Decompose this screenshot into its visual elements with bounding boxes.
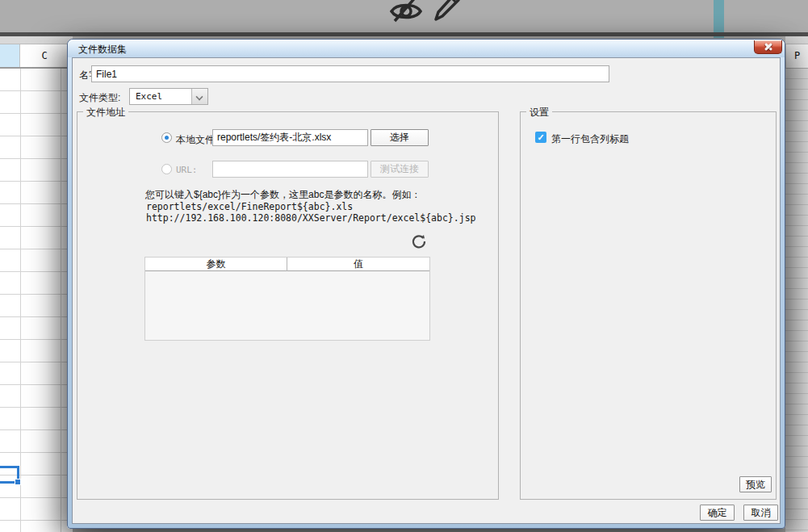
refresh-icon[interactable] [411,233,427,249]
hint-line-1: 您可以键入${abc}作为一个参数，这里abc是参数的名称。例如： [145,188,421,202]
close-button[interactable] [754,40,782,54]
grid-vline [20,69,21,532]
parameter-table-header: 参数 值 [145,258,429,271]
sheet-top-strip [0,36,73,44]
column-header-c[interactable]: C [20,44,69,67]
file-address-legend: 文件地址 [83,106,128,119]
spreadsheet-right-sliver: P [785,36,808,532]
chevron-down-icon [196,94,203,100]
local-file-input[interactable] [212,129,368,146]
settings-group: 设置 ✓ 第一行包含列标题 预览 [520,111,777,500]
file-dataset-dialog: 文件数据集 名字: 文件类型: Excel 文件地址 本地文件: 选择 URL:… [67,39,785,529]
test-connection-button[interactable]: 测试连接 [371,161,429,178]
preview-button[interactable]: 预览 [739,476,772,492]
cancel-button[interactable]: 取消 [743,505,778,521]
hint-line-2: reportlets/excel/FineReport${abc}.xls [146,201,353,212]
dialog-button-bar: 确定 取消 [700,505,778,521]
app-toolbar [0,0,808,32]
hint-line-3: http://192.168.100.120:8080/XXServer/Rep… [146,212,476,224]
param-column-header: 参数 [145,258,287,271]
column-header-row: C [0,44,73,69]
url-input[interactable] [212,161,368,178]
file-type-value: Excel [136,91,162,102]
url-radio[interactable] [161,164,172,174]
settings-legend: 设置 [526,106,552,119]
edit-pencil-icon[interactable] [431,0,463,29]
dialog-title: 文件数据集 [78,43,127,57]
sheet-rows [785,69,808,532]
dialog-content: 名字: 文件类型: Excel 文件地址 本地文件: 选择 URL: 测试连接 … [72,57,781,524]
first-row-checkbox[interactable]: ✓ [535,132,546,143]
choose-file-button[interactable]: 选择 [371,129,429,146]
file-address-group: 文件地址 本地文件: 选择 URL: 测试连接 您可以键入${abc}作为一个参… [77,111,499,500]
sheet-grid[interactable] [0,69,73,532]
parameter-table-body[interactable] [145,272,429,340]
dropdown-arrow-button[interactable] [191,89,207,104]
parameter-table[interactable]: 参数 值 [144,257,430,341]
hide-eye-icon[interactable] [387,0,425,27]
file-type-select[interactable]: Excel [129,88,208,105]
file-type-label: 文件类型: [79,91,120,105]
toolbar-divider [0,32,808,36]
value-column-header: 值 [287,258,429,271]
local-file-radio[interactable] [161,132,172,143]
selected-column-cell[interactable] [0,44,20,67]
spreadsheet-left-panel: C [0,36,73,532]
grid-vline [61,69,61,532]
first-row-checkbox-label: 第一行包含列标题 [551,132,629,146]
ok-button[interactable]: 确定 [700,505,735,521]
dialog-titlebar[interactable]: 文件数据集 [68,40,785,57]
local-file-label: 本地文件: [176,133,217,147]
url-label: URL: [176,165,198,175]
sheet-top-strip [785,36,808,44]
selected-cell-outline[interactable] [0,466,19,484]
name-input[interactable] [91,65,609,82]
column-header-p[interactable]: P [785,44,808,69]
